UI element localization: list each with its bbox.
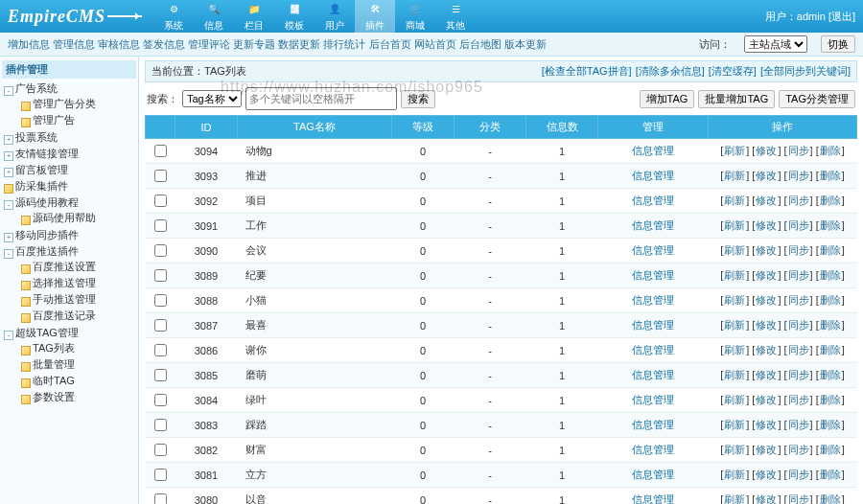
subnav-item[interactable]: 审核信息 bbox=[98, 38, 140, 50]
crumb-action[interactable]: [检查全部TAG拼音] bbox=[542, 65, 632, 77]
crumb-action[interactable]: [清空缓存] bbox=[709, 65, 757, 77]
manage-link[interactable]: 信息管理 bbox=[632, 444, 674, 455]
tree-node[interactable]: 选择推送管理 bbox=[19, 275, 136, 291]
crumb-action[interactable]: [全部同步到关键词] bbox=[760, 65, 851, 77]
batch-add-tag-button[interactable]: 批量增加TAG bbox=[698, 90, 775, 108]
crumb-action[interactable]: [清除多余信息] bbox=[636, 65, 705, 77]
visit-switch-button[interactable]: 切换 bbox=[821, 35, 855, 53]
op-delete[interactable]: 删除 bbox=[820, 319, 841, 331]
row-checkbox[interactable] bbox=[154, 344, 167, 356]
op-delete[interactable]: 删除 bbox=[820, 394, 841, 405]
tree-node[interactable]: 百度推送插件百度推送设置选择推送管理手动推送管理百度推送记录 bbox=[2, 243, 136, 325]
op-refresh[interactable]: 刷新 bbox=[724, 244, 745, 256]
subnav-item[interactable]: 签发信息 bbox=[143, 38, 185, 50]
op-sync[interactable]: 同步 bbox=[788, 419, 809, 430]
row-checkbox[interactable] bbox=[154, 369, 167, 381]
op-edit[interactable]: 修改 bbox=[756, 294, 777, 306]
topnav-col[interactable]: 📁栏目 bbox=[234, 0, 274, 34]
op-edit[interactable]: 修改 bbox=[756, 170, 777, 181]
op-sync[interactable]: 同步 bbox=[788, 145, 809, 156]
manage-link[interactable]: 信息管理 bbox=[632, 419, 674, 430]
manage-link[interactable]: 信息管理 bbox=[632, 319, 674, 331]
tree-node[interactable]: 百度推送设置 bbox=[19, 259, 136, 275]
op-sync[interactable]: 同步 bbox=[788, 369, 809, 380]
row-checkbox[interactable] bbox=[154, 319, 167, 332]
op-edit[interactable]: 修改 bbox=[756, 369, 777, 380]
op-edit[interactable]: 修改 bbox=[756, 269, 777, 281]
op-delete[interactable]: 删除 bbox=[820, 344, 841, 355]
manage-link[interactable]: 信息管理 bbox=[632, 244, 674, 256]
tree-node[interactable]: 管理广告分类 bbox=[19, 96, 136, 112]
topnav-shop[interactable]: 🛒商城 bbox=[395, 0, 435, 34]
op-refresh[interactable]: 刷新 bbox=[724, 294, 745, 306]
row-checkbox[interactable] bbox=[154, 444, 167, 456]
op-refresh[interactable]: 刷新 bbox=[724, 444, 745, 455]
op-refresh[interactable]: 刷新 bbox=[724, 145, 745, 156]
op-refresh[interactable]: 刷新 bbox=[724, 369, 745, 380]
subnav-item[interactable]: 更新专题 bbox=[233, 38, 275, 50]
op-sync[interactable]: 同步 bbox=[788, 170, 809, 181]
op-edit[interactable]: 修改 bbox=[756, 244, 777, 256]
subnav-item[interactable]: 管理信息 bbox=[53, 38, 95, 50]
tree-node[interactable]: 源码使用教程源码使用帮助 bbox=[2, 195, 136, 227]
add-tag-button[interactable]: 增加TAG bbox=[640, 90, 695, 108]
subnav-item[interactable]: 排行统计 bbox=[323, 38, 365, 50]
op-refresh[interactable]: 刷新 bbox=[724, 170, 745, 181]
op-edit[interactable]: 修改 bbox=[756, 344, 777, 355]
subnav-item[interactable]: 后台地图 bbox=[459, 38, 501, 50]
op-delete[interactable]: 删除 bbox=[820, 269, 841, 281]
op-edit[interactable]: 修改 bbox=[756, 219, 777, 231]
manage-link[interactable]: 信息管理 bbox=[632, 493, 674, 504]
tree-node[interactable]: 百度推送记录 bbox=[19, 308, 136, 324]
tree-node[interactable]: 投票系统 bbox=[2, 129, 136, 146]
row-checkbox[interactable] bbox=[154, 170, 167, 182]
op-edit[interactable]: 修改 bbox=[756, 145, 777, 156]
subnav-item[interactable]: 网站首页 bbox=[414, 38, 456, 50]
op-refresh[interactable]: 刷新 bbox=[724, 344, 745, 355]
op-sync[interactable]: 同步 bbox=[788, 219, 809, 231]
op-edit[interactable]: 修改 bbox=[756, 493, 777, 504]
tree-node[interactable]: 友情链接管理 bbox=[2, 146, 136, 162]
row-checkbox[interactable] bbox=[154, 219, 167, 232]
row-checkbox[interactable] bbox=[154, 294, 167, 307]
op-refresh[interactable]: 刷新 bbox=[724, 394, 745, 405]
row-checkbox[interactable] bbox=[154, 195, 167, 207]
op-sync[interactable]: 同步 bbox=[788, 244, 809, 256]
tag-category-button[interactable]: TAG分类管理 bbox=[779, 90, 855, 108]
tree-node[interactable]: 管理广告 bbox=[19, 112, 136, 128]
op-edit[interactable]: 修改 bbox=[756, 469, 777, 480]
op-delete[interactable]: 删除 bbox=[820, 244, 841, 256]
search-input[interactable] bbox=[245, 87, 397, 110]
op-sync[interactable]: 同步 bbox=[788, 344, 809, 355]
tree-node[interactable]: 批量管理 bbox=[19, 356, 136, 373]
op-edit[interactable]: 修改 bbox=[756, 419, 777, 430]
op-delete[interactable]: 删除 bbox=[820, 469, 841, 480]
op-refresh[interactable]: 刷新 bbox=[724, 219, 745, 231]
tree-node[interactable]: 移动同步插件 bbox=[2, 227, 136, 243]
manage-link[interactable]: 信息管理 bbox=[632, 344, 674, 355]
row-checkbox[interactable] bbox=[154, 419, 167, 431]
topnav-tpl[interactable]: 🧾模板 bbox=[274, 0, 315, 34]
op-refresh[interactable]: 刷新 bbox=[724, 319, 745, 331]
op-edit[interactable]: 修改 bbox=[756, 319, 777, 331]
op-refresh[interactable]: 刷新 bbox=[724, 195, 745, 206]
search-field-select[interactable]: Tag名称 bbox=[182, 90, 242, 107]
row-checkbox[interactable] bbox=[154, 469, 167, 481]
topnav-user[interactable]: 👤用户 bbox=[315, 0, 355, 34]
manage-link[interactable]: 信息管理 bbox=[632, 269, 674, 281]
op-delete[interactable]: 删除 bbox=[820, 219, 841, 231]
manage-link[interactable]: 信息管理 bbox=[632, 369, 674, 380]
subnav-item[interactable]: 增加信息 bbox=[8, 38, 50, 50]
subnav-item[interactable]: 版本更新 bbox=[504, 38, 547, 50]
op-refresh[interactable]: 刷新 bbox=[724, 419, 745, 430]
search-button[interactable]: 搜索 bbox=[401, 90, 435, 108]
op-refresh[interactable]: 刷新 bbox=[724, 269, 745, 281]
op-sync[interactable]: 同步 bbox=[788, 444, 809, 455]
op-sync[interactable]: 同步 bbox=[788, 195, 809, 206]
tree-node[interactable]: 参数设置 bbox=[19, 389, 136, 405]
manage-link[interactable]: 信息管理 bbox=[632, 394, 674, 405]
op-delete[interactable]: 删除 bbox=[820, 145, 841, 156]
tree-node[interactable]: TAG列表 bbox=[19, 340, 136, 356]
op-sync[interactable]: 同步 bbox=[788, 394, 809, 405]
op-delete[interactable]: 删除 bbox=[820, 419, 841, 430]
